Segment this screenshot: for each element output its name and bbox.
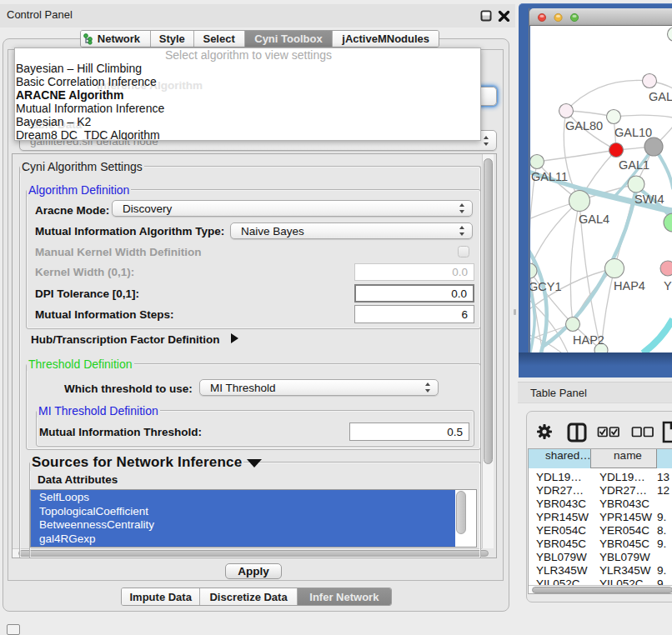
svg-text:GAL80: GAL80 [565, 119, 603, 132]
svg-text:GAL1: GAL1 [619, 158, 649, 172]
svg-text:GCY1: GCY1 [530, 280, 562, 293]
svg-text:GAL11: GAL11 [531, 170, 568, 183]
svg-text:HAP2: HAP2 [573, 333, 604, 347]
svg-text:GAL7: GAL7 [649, 90, 672, 103]
svg-text:YM: YM [664, 279, 672, 292]
svg-text:GAL4: GAL4 [579, 212, 609, 226]
svg-text:HAP4: HAP4 [614, 279, 645, 292]
svg-text:SWI4: SWI4 [634, 192, 664, 206]
svg-text:GAL10: GAL10 [614, 126, 652, 139]
